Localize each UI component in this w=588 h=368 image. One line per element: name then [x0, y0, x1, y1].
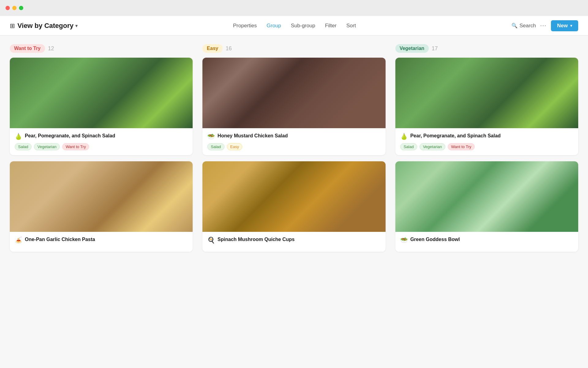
card-body-quiche: 🍳 Spinach Mushroom Quiche Cups: [202, 232, 385, 252]
card-title-row-chicken: 🥗 Honey Mustard Chicken Salad: [207, 132, 380, 140]
nav-group[interactable]: Group: [266, 21, 282, 30]
view-by-category-icon: ⊞: [10, 22, 15, 29]
card-title-pasta: One-Pan Garlic Chicken Pasta: [25, 236, 95, 243]
nav-subgroup[interactable]: Sub-group: [290, 21, 316, 30]
column-header-want-to-try: Want to Try 12: [10, 44, 193, 53]
new-button-label: New: [557, 23, 568, 29]
category-count-easy: 16: [226, 45, 232, 52]
card-title-chicken: Honey Mustard Chicken Salad: [217, 132, 288, 139]
title-bar: [0, 0, 588, 16]
card-body-pasta: 🍝 One-Pan Garlic Chicken Pasta: [10, 232, 193, 252]
recipe-emoji-quiche: 🍳: [207, 236, 215, 244]
toolbar: ⊞ View by Category ▾ Properties Group Su…: [0, 16, 588, 36]
column-vegetarian: Vegetarian 17 🍐 Pear, Pomegranate, and S…: [395, 44, 578, 252]
card-title-pear-pomegranate-2: Pear, Pomegranate, and Spinach Salad: [410, 132, 501, 139]
new-button[interactable]: New ▾: [551, 20, 578, 31]
card-title-green-goddess: Green Goddess Bowl: [410, 236, 460, 243]
traffic-light-red[interactable]: [6, 6, 10, 10]
card-title-row-pasta: 🍝 One-Pan Garlic Chicken Pasta: [15, 236, 188, 244]
card-title-row-2: 🍐 Pear, Pomegranate, and Spinach Salad: [400, 132, 573, 140]
nav-filter[interactable]: Filter: [324, 21, 337, 30]
card-tags-1: Salad Vegetarian Want to Try: [15, 143, 188, 150]
recipe-emoji-green: 🥗: [400, 236, 408, 244]
card-image-pear-pomegranate-2: [395, 58, 578, 128]
tag-want-to-try-1[interactable]: Want to Try: [62, 143, 89, 150]
nav-properties[interactable]: Properties: [232, 21, 257, 30]
card-image-green-bowl: [395, 161, 578, 232]
tag-salad-1[interactable]: Salad: [15, 143, 32, 150]
search-label: Search: [519, 23, 536, 29]
column-header-easy: Easy 16: [202, 44, 385, 53]
card-image-pear-pomegranate-1: [10, 58, 193, 128]
tag-easy-chicken[interactable]: Easy: [227, 143, 243, 150]
toolbar-center: Properties Group Sub-group Filter Sort: [77, 21, 511, 30]
tag-vegetarian-1[interactable]: Vegetarian: [34, 143, 60, 150]
category-count-vegetarian: 17: [432, 45, 438, 52]
search-area[interactable]: 🔍 Search: [511, 23, 536, 29]
recipe-emoji-2: 🍐: [400, 133, 408, 140]
card-pear-pomegranate-2[interactable]: 🍐 Pear, Pomegranate, and Spinach Salad S…: [395, 58, 578, 155]
tag-salad-2[interactable]: Salad: [400, 143, 417, 150]
card-body-pear-pomegranate-1: 🍐 Pear, Pomegranate, and Spinach Salad S…: [10, 128, 193, 155]
card-honey-mustard[interactable]: 🥗 Honey Mustard Chicken Salad Salad Easy: [202, 58, 385, 155]
card-quiche-partial[interactable]: 🍳 Spinach Mushroom Quiche Cups: [202, 161, 385, 252]
new-button-chevron: ▾: [570, 24, 572, 28]
card-title-pear-pomegranate-1: Pear, Pomegranate, and Spinach Salad: [25, 132, 115, 139]
columns-wrapper: Want to Try 12 🍐 Pear, Pomegranate, and …: [10, 44, 578, 252]
card-body-green-bowl: 🥗 Green Goddess Bowl: [395, 232, 578, 252]
toolbar-right: 🔍 Search ··· New ▾: [511, 20, 578, 31]
category-badge-easy: Easy: [202, 44, 222, 53]
card-body-chicken-salad: 🥗 Honey Mustard Chicken Salad Salad Easy: [202, 128, 385, 155]
tag-vegetarian-2[interactable]: Vegetarian: [420, 143, 445, 150]
category-badge-vegetarian: Vegetarian: [395, 44, 429, 53]
column-want-to-try: Want to Try 12 🍐 Pear, Pomegranate, and …: [10, 44, 193, 252]
view-by-category-label: View by Category: [17, 22, 74, 30]
card-title-row-quiche: 🍳 Spinach Mushroom Quiche Cups: [207, 236, 380, 244]
card-image-quiche: [202, 161, 385, 232]
recipe-emoji-1: 🍐: [15, 133, 22, 140]
tag-salad-chicken[interactable]: Salad: [207, 143, 224, 150]
card-title-quiche: Spinach Mushroom Quiche Cups: [217, 236, 295, 243]
toolbar-left: ⊞ View by Category ▾: [10, 22, 77, 30]
nav-sort[interactable]: Sort: [346, 21, 356, 30]
card-body-pear-pomegranate-2: 🍐 Pear, Pomegranate, and Spinach Salad S…: [395, 128, 578, 155]
recipe-emoji-chicken: 🥗: [207, 133, 215, 140]
card-image-chicken-salad: [202, 58, 385, 128]
traffic-light-yellow[interactable]: [12, 6, 17, 10]
category-badge-want-to-try: Want to Try: [10, 44, 45, 53]
card-pasta-partial[interactable]: 🍝 One-Pan Garlic Chicken Pasta: [10, 161, 193, 252]
traffic-light-green[interactable]: [19, 6, 23, 10]
card-tags-2: Salad Vegetarian Want to Try: [400, 143, 573, 150]
card-pear-pomegranate-1[interactable]: 🍐 Pear, Pomegranate, and Spinach Salad S…: [10, 58, 193, 155]
tag-want-to-try-2[interactable]: Want to Try: [448, 143, 475, 150]
view-by-category-button[interactable]: View by Category ▾: [17, 22, 77, 30]
card-tags-chicken: Salad Easy: [207, 143, 380, 150]
card-image-pasta: [10, 161, 193, 232]
column-easy: Easy 16 🥗 Honey Mustard Chicken Salad Sa…: [202, 44, 385, 252]
more-options-button[interactable]: ···: [540, 22, 547, 29]
category-count-want-to-try: 12: [48, 45, 54, 52]
card-title-row-green: 🥗 Green Goddess Bowl: [400, 236, 573, 244]
search-icon: 🔍: [511, 23, 518, 29]
recipe-emoji-pasta: 🍝: [15, 236, 22, 244]
main-content: Want to Try 12 🍐 Pear, Pomegranate, and …: [0, 36, 588, 368]
card-title-row-1: 🍐 Pear, Pomegranate, and Spinach Salad: [15, 132, 188, 140]
column-header-vegetarian: Vegetarian 17: [395, 44, 578, 53]
view-by-category-chevron: ▾: [75, 23, 77, 28]
card-green-goddess-partial[interactable]: 🥗 Green Goddess Bowl: [395, 161, 578, 252]
